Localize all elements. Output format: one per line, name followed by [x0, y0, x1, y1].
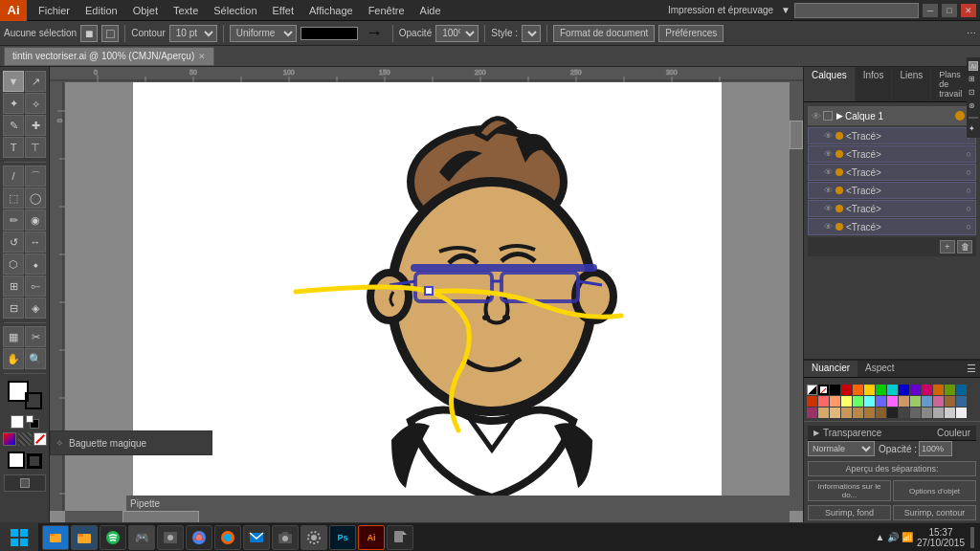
scroll-right[interactable] [790, 82, 803, 511]
layer-expand-icon[interactable]: ▶ [836, 111, 843, 121]
gradient-mode-icon[interactable] [18, 432, 32, 446]
layer-item-5[interactable]: 👁 <Tracé> ○ [808, 200, 976, 217]
show-desktop-button[interactable] [970, 527, 974, 548]
swatch-teal[interactable] [956, 385, 967, 395]
start-button[interactable] [0, 523, 38, 552]
type-tool[interactable]: T [3, 137, 24, 158]
line-tool[interactable]: / [3, 165, 24, 187]
menu-affichage[interactable]: Affichage [301, 3, 361, 18]
taskbar-chrome[interactable] [186, 525, 212, 550]
swatch-lt-blue2[interactable] [922, 396, 932, 407]
active-stroke[interactable] [27, 453, 42, 469]
preferences-button[interactable]: Préférences [658, 25, 724, 42]
taskbar-game[interactable]: 🎮 [128, 525, 155, 550]
swatch-skin2[interactable] [830, 408, 840, 418]
swatch-skin6[interactable] [876, 408, 886, 418]
taskbar-photoshop[interactable]: Ps [329, 525, 356, 550]
options-objet-button[interactable]: Options d'objet [893, 480, 976, 501]
layer-1-header[interactable]: 👁 ▶ Calque 1 ○ [808, 106, 976, 125]
swatch-registration[interactable] [807, 385, 817, 395]
menu-fenetre[interactable]: Fenêtre [361, 3, 412, 18]
swatch-gray2[interactable] [899, 408, 909, 418]
swatch-gray5[interactable] [933, 408, 944, 418]
menu-texte[interactable]: Texte [166, 3, 206, 18]
draw-mode-button[interactable] [4, 474, 46, 492]
tab-plans[interactable]: Plans de travail [931, 67, 970, 101]
surimp-fond-button[interactable]: Surimp, fond [808, 505, 891, 520]
swatch-lt-blue[interactable] [876, 396, 886, 407]
item-eye-2[interactable]: 👁 [824, 149, 833, 159]
menu-edition[interactable]: Edition [78, 3, 125, 18]
swatch-lt-green[interactable] [853, 396, 863, 407]
item-eye-6[interactable]: 👁 [824, 222, 833, 231]
taskbar-firefox[interactable] [214, 525, 241, 550]
ellipse-tool[interactable]: ◯ [25, 187, 46, 209]
surimp-contour-button[interactable]: Surimp, contour [893, 505, 976, 520]
swatch-lt-gray[interactable] [956, 408, 967, 418]
minimize-button[interactable]: ─ [923, 4, 938, 17]
layer-item-6[interactable]: 👁 <Tracé> ○ [808, 218, 976, 235]
color-mode-icon[interactable] [3, 432, 16, 446]
paintbrush-tool[interactable]: ✏ [3, 209, 24, 231]
tab-liens[interactable]: Liens [892, 67, 931, 101]
stroke-style-select[interactable]: Uniforme [230, 25, 297, 42]
item-eye-5[interactable]: 👁 [824, 204, 833, 213]
rotate-tool[interactable]: ↺ [3, 231, 24, 253]
swatches-menu-icon[interactable]: ☰ [963, 361, 980, 377]
search-input[interactable] [794, 3, 919, 18]
swatch-tan[interactable] [899, 396, 909, 407]
format-doc-button[interactable]: Format de document [553, 25, 655, 42]
symbol-sprayer-tool[interactable]: ◈ [25, 298, 46, 319]
swatch-cyan[interactable] [887, 385, 898, 395]
zoom-tool[interactable]: 🔍 [25, 348, 46, 369]
swatch-white[interactable] [818, 385, 829, 395]
taskbar-camera[interactable] [272, 525, 299, 550]
blob-brush-tool[interactable]: ◉ [25, 209, 46, 231]
default-colors-icon[interactable] [11, 415, 24, 429]
taskbar-mail[interactable] [243, 525, 270, 550]
type-path-tool[interactable]: ⊤ [25, 137, 46, 158]
add-anchor-tool[interactable]: ✚ [25, 115, 46, 136]
swatch-orange[interactable] [853, 385, 863, 395]
layer-item-3[interactable]: 👁 <Tracé> ○ [808, 164, 976, 181]
selection-tool[interactable]: ▼ [3, 71, 24, 92]
menu-effet[interactable]: Effet [265, 3, 301, 18]
swatch-purple[interactable] [910, 385, 921, 395]
swatch-mauve[interactable] [933, 396, 944, 407]
swatch-brown[interactable] [933, 385, 944, 395]
scale-tool[interactable]: ⬡ [3, 253, 24, 275]
magic-wand-tool[interactable]: ✦ [3, 93, 24, 114]
direct-selection-tool[interactable]: ↗ [25, 71, 46, 92]
swatch-dk-brown[interactable] [945, 396, 955, 407]
swatch-dark-red[interactable] [807, 396, 817, 407]
stroke-size-select[interactable]: 10 pt [169, 25, 217, 42]
swatch-black[interactable] [830, 385, 840, 395]
swatch-red[interactable] [841, 385, 852, 395]
swatch-skin5[interactable] [864, 408, 875, 418]
tab-calques[interactable]: Calques [804, 67, 856, 101]
apercu-sep-button[interactable]: Aperçu des séparations: [808, 461, 976, 476]
tab-aspect[interactable]: Aspect [858, 361, 902, 377]
delete-layer-button[interactable]: 🗑 [957, 240, 972, 253]
swatch-lt-cyan[interactable] [864, 396, 875, 407]
swatch-lt-yellow[interactable] [841, 396, 852, 407]
taskbar-folder[interactable] [71, 525, 98, 550]
swatch-green[interactable] [876, 385, 886, 395]
column-graph-tool[interactable]: ▦ [3, 326, 24, 347]
swatch-pink[interactable] [922, 385, 932, 395]
style-select[interactable] [522, 25, 541, 42]
swatch-gray6[interactable] [945, 408, 955, 418]
taskbar-illustrator[interactable]: Ai [358, 525, 385, 550]
swatch-dk-gray[interactable] [887, 408, 898, 418]
swatch-yellow[interactable] [864, 385, 875, 395]
new-layer-button[interactable]: + [940, 240, 955, 253]
swatch-steel-blue[interactable] [956, 396, 967, 407]
swatch-skin4[interactable] [853, 408, 863, 418]
item-eye-3[interactable]: 👁 [824, 167, 833, 177]
slice-tool[interactable]: ✂ [25, 326, 46, 347]
lasso-tool[interactable]: ⟡ [25, 93, 46, 114]
swatch-gray4[interactable] [922, 408, 932, 418]
swatch-olive[interactable] [945, 385, 955, 395]
layer-item-4[interactable]: 👁 <Tracé> ○ [808, 182, 976, 199]
rect-tool[interactable]: ⬚ [3, 187, 24, 209]
